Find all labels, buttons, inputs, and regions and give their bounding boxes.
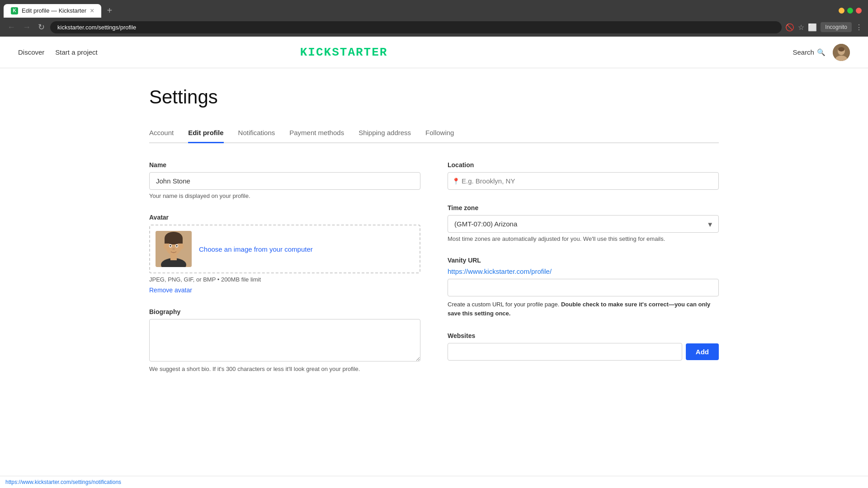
- vanity-url-display: https://www.kickstarter.com/profile/: [448, 267, 719, 275]
- remove-avatar-link[interactable]: Remove avatar: [149, 286, 192, 294]
- user-avatar[interactable]: [833, 44, 850, 61]
- vanity-url-section: Vanity URL https://www.kickstarter.com/p…: [448, 257, 719, 318]
- timezone-select[interactable]: (GMT-07:00) Arizona (GMT-12:00) Internat…: [448, 215, 719, 233]
- browser-tab-active[interactable]: K Edit profile — Kickstarter ×: [4, 4, 101, 18]
- settings-tabs: Account Edit profile Notifications Payme…: [149, 122, 719, 143]
- search-icon: 🔍: [817, 48, 826, 56]
- site-header-right: Search 🔍: [793, 44, 850, 61]
- location-label: Location: [448, 161, 719, 169]
- address-bar[interactable]: [50, 21, 782, 33]
- timezone-select-wrap: (GMT-07:00) Arizona (GMT-12:00) Internat…: [448, 215, 719, 233]
- svg-point-13: [170, 245, 171, 247]
- location-input[interactable]: [448, 172, 719, 190]
- tab-following[interactable]: Following: [425, 123, 454, 143]
- biography-section: Biography We suggest a short bio. If it'…: [149, 308, 420, 372]
- website-input-row: Add: [448, 343, 719, 361]
- search-label: Search: [793, 48, 814, 56]
- svg-rect-10: [170, 253, 177, 260]
- site-nav-left: Discover Start a project: [18, 48, 98, 56]
- site-header: Discover Start a project KICKSTARTER Sea…: [0, 37, 868, 68]
- forward-button[interactable]: →: [21, 21, 33, 34]
- browser-toolbar: ← → ↻ 🚫 ☆ ⬜ Incognito ⋮: [0, 18, 868, 37]
- device-icon: ⬜: [808, 23, 817, 32]
- vanity-url-label: Vanity URL: [448, 257, 719, 264]
- biography-label: Biography: [149, 308, 420, 315]
- upload-link[interactable]: Choose an image from your computer: [199, 245, 313, 253]
- svg-point-14: [176, 245, 178, 247]
- tab-edit-profile[interactable]: Edit profile: [188, 123, 223, 143]
- svg-point-4: [838, 47, 844, 52]
- avatar-image: [833, 44, 850, 61]
- file-hint: JPEG, PNG, GIF, or BMP • 200MB file limi…: [149, 276, 420, 283]
- biography-hint: We suggest a short bio. If it's 300 char…: [149, 366, 420, 372]
- tab-payment-methods[interactable]: Payment methods: [289, 123, 344, 143]
- vanity-url-hint: Create a custom URL for your profile pag…: [448, 300, 719, 318]
- browser-toolbar-right: 🚫 ☆ ⬜ Incognito ⋮: [785, 22, 863, 32]
- timezone-section: Time zone (GMT-07:00) Arizona (GMT-12:00…: [448, 204, 719, 242]
- window-minimize[interactable]: [839, 8, 844, 14]
- incognito-button[interactable]: Incognito: [821, 22, 852, 32]
- name-hint: Your name is displayed on your profile.: [149, 192, 420, 199]
- websites-label: Websites: [448, 332, 719, 339]
- tab-close-button[interactable]: ×: [90, 7, 94, 15]
- svg-point-17: [180, 244, 184, 249]
- reload-button[interactable]: ↻: [36, 20, 47, 34]
- browser-tab-bar: K Edit profile — Kickstarter × +: [0, 0, 868, 18]
- window-maximize[interactable]: [847, 8, 853, 14]
- biography-input[interactable]: [149, 319, 420, 361]
- avatar-section: Avatar: [149, 214, 420, 294]
- tab-shipping-address[interactable]: Shipping address: [359, 123, 411, 143]
- settings-form: Name Your name is displayed on your prof…: [149, 161, 719, 387]
- more-icon[interactable]: ⋮: [855, 23, 863, 32]
- tab-account[interactable]: Account: [149, 123, 174, 143]
- search-button[interactable]: Search 🔍: [793, 48, 826, 56]
- svg-rect-8: [165, 238, 183, 244]
- site-logo[interactable]: KICKSTARTER: [300, 46, 388, 59]
- timezone-label: Time zone: [448, 204, 719, 211]
- location-input-wrap: 📍: [448, 172, 719, 190]
- bookmark-icon[interactable]: ☆: [798, 23, 804, 32]
- add-website-button[interactable]: Add: [686, 343, 719, 360]
- vanity-hint-normal: Create a custom URL for your profile pag…: [448, 301, 559, 308]
- main-content: Settings Account Edit profile Notificati…: [108, 68, 760, 405]
- right-column: Location 📍 Time zone (GMT-07:00) Arizona…: [448, 161, 719, 387]
- window-close[interactable]: [856, 8, 862, 14]
- avatar-label: Avatar: [149, 214, 420, 221]
- browser-chrome: K Edit profile — Kickstarter × + ← → ↻ 🚫…: [0, 0, 868, 37]
- svg-point-16: [164, 244, 167, 249]
- location-icon: 📍: [452, 178, 460, 185]
- nav-start-project[interactable]: Start a project: [55, 48, 97, 56]
- location-section: Location 📍: [448, 161, 719, 190]
- camera-off-icon: 🚫: [785, 23, 794, 32]
- svg-point-15: [172, 248, 175, 250]
- website-input[interactable]: [448, 343, 682, 361]
- tab-title: Edit profile — Kickstarter: [22, 7, 86, 14]
- left-column: Name Your name is displayed on your prof…: [149, 161, 420, 387]
- tab-favicon: K: [11, 7, 18, 14]
- back-button[interactable]: ←: [5, 21, 17, 34]
- timezone-hint: Most time zones are automatically adjust…: [448, 235, 719, 242]
- vanity-url-input[interactable]: [448, 279, 719, 296]
- name-label: Name: [149, 161, 420, 169]
- websites-section: Websites Add: [448, 332, 719, 361]
- avatar-upload-area[interactable]: Choose an image from your computer: [149, 225, 420, 273]
- new-tab-button[interactable]: +: [103, 4, 116, 18]
- page-title: Settings: [149, 86, 719, 108]
- nav-discover[interactable]: Discover: [18, 48, 44, 56]
- name-input[interactable]: [149, 172, 420, 190]
- avatar-preview: [156, 231, 192, 267]
- name-section: Name Your name is displayed on your prof…: [149, 161, 420, 199]
- tab-notifications[interactable]: Notifications: [238, 123, 275, 143]
